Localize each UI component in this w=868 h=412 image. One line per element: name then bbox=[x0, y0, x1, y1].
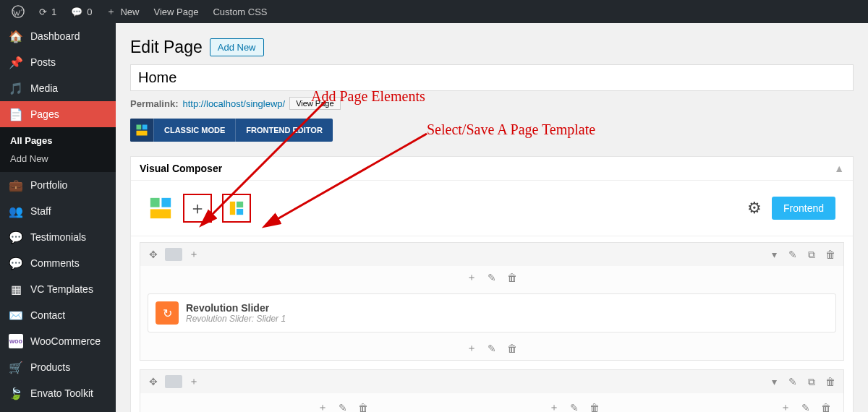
row-layout-button[interactable] bbox=[165, 248, 182, 261]
col-delete-button[interactable]: 🗑 bbox=[586, 399, 603, 412]
sidebar-item-media[interactable]: 🎵 Media bbox=[0, 75, 116, 101]
col-edit-button[interactable]: ✎ bbox=[566, 399, 583, 412]
vc-row: ✥ ＋ ▾ ✎ ⧉ 🗑 ＋ ✎ 🗑 bbox=[140, 242, 844, 361]
custom-css-link[interactable]: Custom CSS bbox=[207, 0, 273, 23]
sidebar-item-dashboard[interactable]: 🏠 Dashboard bbox=[0, 23, 116, 49]
comment-icon: 💬 bbox=[71, 7, 82, 17]
sidebar-item-vc-templates[interactable]: ▦ VC Templates bbox=[0, 276, 116, 302]
col-edit-button[interactable]: ✎ bbox=[334, 399, 352, 412]
pages-submenu: All Pages Add New bbox=[0, 127, 116, 172]
page-heading-row: Edit Page Add New bbox=[130, 38, 854, 57]
col-delete-button[interactable]: 🗑 bbox=[354, 399, 372, 412]
col-add-button[interactable]: ＋ bbox=[463, 269, 480, 286]
clone-row-button[interactable]: ⧉ bbox=[803, 246, 820, 263]
sidebar-item-testimonials[interactable]: 💬 Testimonials bbox=[0, 224, 116, 250]
plus-icon: ＋ bbox=[189, 197, 206, 220]
svg-rect-4 bbox=[150, 198, 160, 207]
permalink-url[interactable]: http://localhost/singlewp/ bbox=[182, 98, 285, 109]
wp-logo[interactable] bbox=[6, 0, 30, 23]
col-add-button[interactable]: ＋ bbox=[463, 340, 480, 357]
template-icon: ▦ bbox=[9, 282, 23, 296]
sidebar-item-products[interactable]: 🛒 Products bbox=[0, 354, 116, 380]
col-edit-button[interactable]: ✎ bbox=[483, 340, 501, 357]
classic-mode-button[interactable]: CLASSIC MODE bbox=[153, 119, 235, 142]
delete-row-button[interactable]: 🗑 bbox=[822, 373, 839, 390]
column-controls: ＋ ✎ 🗑 bbox=[140, 337, 843, 360]
add-column-button[interactable]: ＋ bbox=[185, 246, 203, 263]
admin-bar: ⟳ 1 💬 0 ＋ New View Page Custom CSS bbox=[0, 0, 868, 23]
svg-rect-2 bbox=[142, 125, 148, 130]
page-title-input[interactable] bbox=[130, 64, 854, 91]
row-toggle-button[interactable]: ▾ bbox=[765, 373, 783, 390]
view-page-link[interactable]: View Page bbox=[148, 0, 204, 23]
col-add-button[interactable]: ＋ bbox=[545, 399, 563, 412]
col-edit-button[interactable]: ✎ bbox=[797, 399, 814, 412]
leaf-icon: 🍃 bbox=[9, 386, 23, 400]
vc-brand-icon bbox=[148, 196, 173, 220]
page-heading: Edit Page bbox=[130, 38, 203, 57]
sidebar-item-contact[interactable]: ✉️ Contact bbox=[0, 302, 116, 328]
col-delete-button[interactable]: 🗑 bbox=[503, 269, 521, 286]
sidebar-item-woocommerce[interactable]: woo WooCommerce bbox=[0, 328, 116, 354]
view-page-button[interactable]: View Page bbox=[289, 97, 340, 110]
dashboard-icon: 🏠 bbox=[9, 29, 23, 43]
main-content: Edit Page Add New Permalink: http://loca… bbox=[116, 23, 868, 412]
edit-row-button[interactable]: ✎ bbox=[784, 246, 801, 263]
clone-row-button[interactable]: ⧉ bbox=[803, 373, 820, 390]
element-revolution-slider[interactable]: ↻ Revolution Slider Revolution Slider: S… bbox=[148, 293, 836, 332]
sidebar-item-pages[interactable]: 📄 Pages bbox=[0, 101, 116, 127]
quote-icon: 💬 bbox=[9, 230, 23, 244]
vc-panel-title: Visual Composer bbox=[140, 163, 222, 174]
col-delete-button[interactable]: 🗑 bbox=[817, 399, 835, 412]
sidebar-item-portfolio[interactable]: 💼 Portfolio bbox=[0, 172, 116, 198]
page-icon: 📄 bbox=[9, 107, 23, 121]
new-content-link[interactable]: ＋ New bbox=[101, 0, 145, 23]
rev-slider-icon: ↻ bbox=[156, 301, 179, 325]
vc-toolbar: ＋ ⚙ Frontend bbox=[131, 181, 853, 236]
col-add-button[interactable]: ＋ bbox=[314, 399, 331, 412]
editor-mode-bar: CLASSIC MODE FRONTEND EDITOR bbox=[130, 119, 333, 142]
sidebar-item-comments[interactable]: 💬 Comments bbox=[0, 250, 116, 276]
sidebar-item-posts[interactable]: 📌 Posts bbox=[0, 49, 116, 75]
new-label: New bbox=[120, 7, 139, 17]
templates-button[interactable] bbox=[222, 194, 251, 223]
drag-handle-icon[interactable]: ✥ bbox=[145, 246, 162, 263]
submenu-add-new[interactable]: Add New bbox=[0, 150, 116, 168]
svg-rect-9 bbox=[237, 209, 243, 215]
svg-rect-1 bbox=[137, 125, 142, 130]
comment-icon: 💬 bbox=[9, 256, 23, 270]
comments-count: 0 bbox=[87, 7, 92, 17]
cart-icon: 🛒 bbox=[9, 360, 23, 374]
delete-row-button[interactable]: 🗑 bbox=[822, 246, 839, 263]
permalink-row: Permalink: http://localhost/singlewp/ Vi… bbox=[130, 97, 854, 110]
drag-handle-icon[interactable]: ✥ bbox=[145, 373, 162, 390]
sidebar-item-staff[interactable]: 👥 Staff bbox=[0, 198, 116, 224]
svg-rect-7 bbox=[230, 202, 235, 215]
mail-icon: ✉️ bbox=[9, 308, 23, 322]
col-add-button[interactable]: ＋ bbox=[777, 399, 794, 412]
comments-link[interactable]: 💬 0 bbox=[65, 0, 98, 23]
frontend-editor-button[interactable]: FRONTEND EDITOR bbox=[235, 119, 333, 142]
settings-button[interactable]: ⚙ bbox=[747, 199, 762, 218]
updates-count: 1 bbox=[51, 7, 56, 17]
portfolio-icon: 💼 bbox=[9, 178, 23, 192]
updates-link[interactable]: ⟳ 1 bbox=[33, 0, 62, 23]
edit-row-button[interactable]: ✎ bbox=[784, 373, 801, 390]
vc-row: ✥ ＋ ▾ ✎ ⧉ 🗑 ＋ ✎ bbox=[140, 369, 844, 412]
add-column-button[interactable]: ＋ bbox=[185, 373, 203, 390]
svg-rect-3 bbox=[137, 131, 148, 136]
frontend-button[interactable]: Frontend bbox=[772, 197, 835, 220]
col-edit-button[interactable]: ✎ bbox=[483, 269, 501, 286]
submenu-all-pages[interactable]: All Pages bbox=[0, 132, 116, 150]
col-delete-button[interactable]: 🗑 bbox=[503, 340, 521, 357]
add-element-button[interactable]: ＋ bbox=[183, 194, 212, 223]
panel-toggle-icon[interactable]: ▲ bbox=[834, 163, 844, 174]
element-title: Revolution Slider bbox=[186, 302, 286, 314]
column-controls: ＋ ✎ 🗑 bbox=[140, 266, 843, 289]
element-subtitle: Revolution Slider: Slider 1 bbox=[186, 314, 286, 324]
add-new-page-button[interactable]: Add New bbox=[210, 38, 264, 56]
row-layout-button[interactable] bbox=[165, 375, 182, 388]
row-toggle-button[interactable]: ▾ bbox=[765, 246, 783, 263]
sidebar-item-envato[interactable]: 🍃 Envato Toolkit bbox=[0, 380, 116, 406]
svg-rect-8 bbox=[237, 202, 243, 207]
